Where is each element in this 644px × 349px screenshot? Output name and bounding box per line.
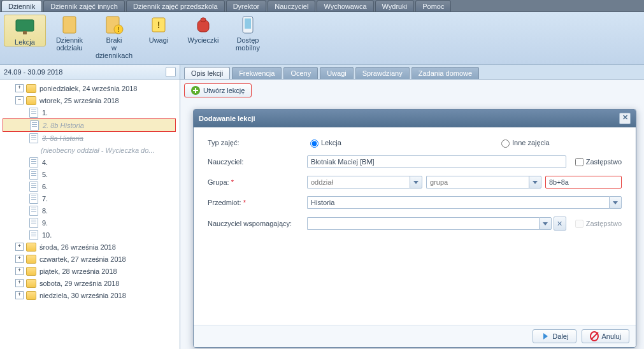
tree-lesson[interactable]: 7. — [3, 192, 180, 204]
assisting-teacher-combo[interactable] — [307, 217, 552, 230]
create-lesson-button[interactable]: Utwórz lekcję — [184, 83, 252, 97]
label-grupa: Grupa: * — [208, 178, 307, 186]
menu-tab-dziennik-zajęć-innych[interactable]: Dziennik zajęć innych — [43, 0, 125, 11]
tree-lesson[interactable]: 6. — [3, 180, 180, 192]
sub-tab-frekwencja[interactable]: Frekwencja — [232, 67, 282, 79]
substitute-check-2[interactable]: Zastępstwo — [573, 218, 622, 230]
expand-icon[interactable]: + — [15, 291, 24, 299]
chevron-down-icon[interactable] — [609, 196, 622, 209]
label-typ: Typ zajęć: — [208, 139, 307, 146]
svg-rect-0 — [16, 20, 34, 31]
sub-tab-oceny[interactable]: Oceny — [283, 67, 318, 79]
plus-icon — [191, 86, 200, 95]
expand-icon[interactable]: + — [15, 255, 24, 263]
cancel-icon — [590, 332, 599, 341]
note-icon: ! — [148, 15, 169, 35]
menu-tab-wychowawca[interactable]: Wychowawca — [317, 0, 373, 11]
calendar-icon[interactable] — [166, 67, 176, 77]
backpack-icon — [193, 15, 213, 35]
expand-icon[interactable]: + — [15, 243, 24, 251]
label-nw: Nauczyciel wspomagający: — [208, 220, 307, 227]
label-przedmiot: Przedmiot: * — [208, 199, 307, 206]
tree-day[interactable]: +poniedziałek, 24 września 2018 — [3, 82, 180, 94]
cancel-button[interactable]: Anuluj — [582, 329, 629, 343]
tree-lesson[interactable]: 10. — [3, 229, 180, 241]
tree-day[interactable]: +czwartek, 27 września 2018 — [3, 253, 180, 265]
content-area: Opis lekcjiFrekwencjaOcenyUwagiSprawdzia… — [180, 65, 644, 349]
ribbon-wycieczki[interactable]: Wycieczki — [182, 15, 224, 44]
menu-tab-dyrektor[interactable]: Dyrektor — [226, 0, 267, 11]
oddzial-combo[interactable] — [307, 176, 422, 189]
page-icon — [30, 120, 39, 131]
expand-icon[interactable]: + — [15, 279, 24, 287]
date-range-text: 24.09 - 30.09 2018 — [4, 68, 62, 76]
folder-icon — [26, 243, 36, 252]
sub-tab-opis-lekcji[interactable]: Opis lekcji — [184, 67, 230, 79]
radio-inne[interactable]: Inne zajęcia — [498, 138, 550, 148]
ribbon-dziennik-oddziału[interactable]: Dziennikoddziału — [48, 15, 90, 52]
tree-lesson[interactable]: 2. 8b Historia — [3, 118, 176, 132]
ribbon-uwagi[interactable]: !Uwagi — [138, 15, 180, 44]
radio-lekcja[interactable]: Lekcja — [307, 138, 460, 148]
add-lesson-dialog: Dodawanie lekcji ✕ Typ zajęć: Lekcja — [193, 109, 636, 348]
substitute-check-1[interactable]: Zastępstwo — [573, 156, 622, 168]
tree-lesson[interactable]: 9. — [3, 217, 180, 229]
arrow-right-icon — [541, 332, 550, 341]
substitute-checkbox-2 — [575, 220, 583, 228]
tree-lesson[interactable]: 8. — [3, 204, 180, 217]
sub-tab-zadania-domowe[interactable]: Zadania domowe — [411, 67, 479, 79]
chevron-down-icon[interactable] — [539, 217, 552, 230]
sub-tab-sprawdziany[interactable]: Sprawdziany — [355, 67, 410, 79]
tree-day[interactable]: +środa, 26 września 2018 — [3, 241, 180, 253]
svg-rect-2 — [63, 17, 76, 33]
subject-input[interactable] — [307, 196, 609, 209]
substitute-checkbox-1[interactable] — [575, 158, 583, 166]
close-icon[interactable]: ✕ — [619, 113, 631, 124]
folder-icon — [26, 255, 36, 264]
ribbon-braki-w-dziennikach[interactable]: !Brakiw dziennikach — [93, 15, 135, 59]
folder-icon — [26, 267, 36, 276]
menu-tab-dziennik-zajęć-przedszkola[interactable]: Dziennik zajęć przedszkola — [126, 0, 225, 11]
ribbon-lekcja[interactable]: Lekcja — [4, 15, 46, 46]
tree-day[interactable]: +sobota, 29 września 2018 — [3, 277, 180, 289]
tree-lesson-note: (nieobecny oddział - Wycieczka do... — [3, 144, 180, 156]
grupa-combo[interactable] — [426, 176, 541, 189]
svg-rect-8 — [197, 20, 209, 32]
menu-tab-dziennik[interactable]: Dziennik — [1, 0, 42, 11]
sub-tab-uwagi[interactable]: Uwagi — [320, 67, 354, 79]
next-button[interactable]: Dalej — [533, 329, 576, 343]
tree-lesson[interactable]: 5. — [3, 168, 180, 180]
svg-rect-11 — [245, 18, 251, 29]
collapse-icon[interactable]: − — [15, 96, 24, 104]
page-icon — [29, 206, 38, 216]
ribbon-dostęp-mobilny[interactable]: Dostępmobilny — [227, 15, 269, 52]
menu-tab-wydruki[interactable]: Wydruki — [375, 0, 415, 11]
tree-day[interactable]: +piątek, 28 września 2018 — [3, 265, 180, 277]
chevron-down-icon[interactable] — [529, 176, 541, 189]
tree-day[interactable]: −wtorek, 25 września 2018 — [3, 94, 180, 106]
chevron-down-icon[interactable] — [410, 176, 422, 189]
grupa-input[interactable] — [426, 176, 529, 189]
date-range-header[interactable]: 24.09 - 30.09 2018 — [0, 65, 180, 80]
oddzial-input[interactable] — [307, 176, 410, 189]
subject-combo[interactable] — [307, 196, 622, 209]
radio-lekcja-input[interactable] — [310, 139, 318, 148]
tree-lesson[interactable]: 1. — [3, 106, 180, 118]
expand-icon[interactable]: + — [15, 84, 24, 92]
rooms-field[interactable] — [545, 176, 622, 189]
tree-day[interactable]: +niedziela, 30 września 2018 — [3, 289, 180, 301]
lesson-tree: +poniedziałek, 24 września 2018−wtorek, … — [0, 80, 180, 349]
tree-lesson[interactable]: 3. 8a Historia — [3, 132, 180, 144]
svg-rect-9 — [201, 18, 206, 22]
menu-tab-nauczyciel[interactable]: Nauczyciel — [268, 0, 315, 11]
clear-icon[interactable]: ✕ — [554, 217, 566, 231]
page-icon — [29, 218, 38, 228]
teacher-field[interactable] — [307, 155, 566, 168]
ribbon-toolbar: LekcjaDziennikoddziału!Brakiw dziennikac… — [0, 12, 644, 65]
radio-inne-input[interactable] — [501, 139, 510, 148]
expand-icon[interactable]: + — [15, 267, 24, 275]
assisting-teacher-input[interactable] — [307, 217, 539, 230]
dialog-titlebar[interactable]: Dodawanie lekcji ✕ — [194, 110, 636, 127]
menu-tab-pomoc[interactable]: Pomoc — [415, 0, 451, 11]
tree-lesson[interactable]: 4. — [3, 156, 180, 168]
